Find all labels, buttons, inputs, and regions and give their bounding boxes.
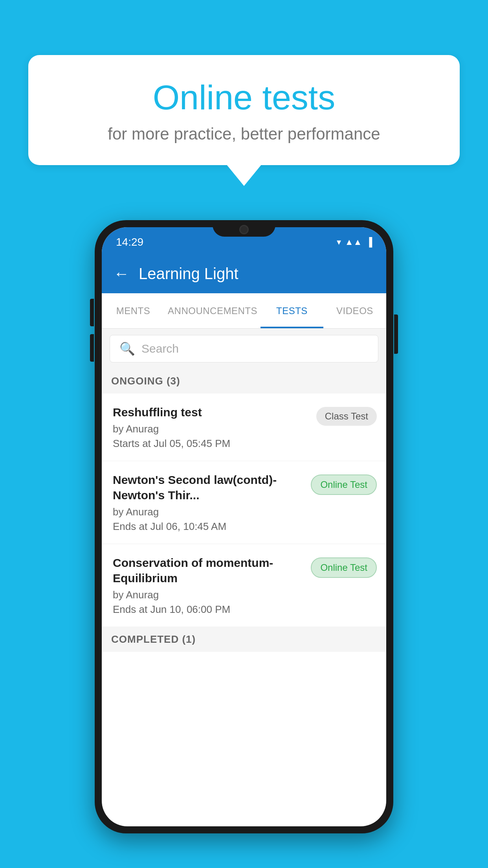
test-info-1: Reshuffling test by Anurag Starts at Jul… — [113, 405, 310, 450]
app-header: ← Learning Light — [102, 254, 386, 293]
ongoing-section-header: ONGOING (3) — [102, 369, 386, 394]
speech-bubble-container: Online tests for more practice, better p… — [28, 55, 460, 186]
test-info-2: Newton's Second law(contd)-Newton's Thir… — [113, 472, 305, 533]
phone-container: 14:29 ▾ ▲▲ ▐ ← Learning Light MENTS — [95, 220, 393, 833]
speech-bubble: Online tests for more practice, better p… — [28, 55, 460, 165]
test-item-3[interactable]: Conservation of momentum-Equilibrium by … — [102, 544, 386, 627]
hero-title: Online tests — [48, 79, 440, 117]
tab-tests[interactable]: TESTS — [261, 293, 323, 328]
wifi-icon: ▾ — [337, 237, 341, 247]
signal-icon: ▲▲ — [345, 237, 362, 247]
phone-notch — [213, 220, 275, 237]
tab-announcements[interactable]: ANNOUNCEMENTS — [165, 293, 261, 328]
completed-section-header: COMPLETED (1) — [102, 627, 386, 652]
test-list: Reshuffling test by Anurag Starts at Jul… — [102, 394, 386, 627]
background: Online tests for more practice, better p… — [0, 0, 488, 868]
test-date-2: Ends at Jul 06, 10:45 AM — [113, 520, 305, 533]
speech-bubble-pointer — [226, 164, 262, 186]
test-item-1[interactable]: Reshuffling test by Anurag Starts at Jul… — [102, 394, 386, 461]
search-bar[interactable]: 🔍 Search — [110, 335, 378, 362]
test-badge-1: Class Test — [316, 407, 377, 426]
status-time: 14:29 — [116, 236, 143, 248]
test-author-1: by Anurag — [113, 423, 310, 435]
test-name-2: Newton's Second law(contd)-Newton's Thir… — [113, 472, 305, 503]
app-title: Learning Light — [139, 265, 238, 283]
status-icons: ▾ ▲▲ ▐ — [337, 237, 372, 247]
test-author-3: by Anurag — [113, 589, 305, 601]
tab-bar: MENTS ANNOUNCEMENTS TESTS VIDEOS — [102, 293, 386, 329]
search-placeholder: Search — [141, 342, 179, 355]
phone-power — [394, 314, 398, 354]
test-name-3: Conservation of momentum-Equilibrium — [113, 555, 305, 586]
phone-vol-down — [90, 334, 94, 362]
test-name-1: Reshuffling test — [113, 405, 310, 420]
test-badge-2: Online Test — [311, 474, 377, 495]
test-author-2: by Anurag — [113, 506, 305, 518]
test-item-2[interactable]: Newton's Second law(contd)-Newton's Thir… — [102, 461, 386, 544]
tab-ments[interactable]: MENTS — [102, 293, 165, 328]
back-button[interactable]: ← — [114, 265, 129, 283]
search-container: 🔍 Search — [102, 329, 386, 369]
phone-camera — [239, 225, 249, 234]
search-icon: 🔍 — [119, 341, 135, 356]
phone-vol-up — [90, 299, 94, 326]
test-info-3: Conservation of momentum-Equilibrium by … — [113, 555, 305, 616]
phone-outer: 14:29 ▾ ▲▲ ▐ ← Learning Light MENTS — [95, 220, 393, 833]
hero-subtitle: for more practice, better performance — [48, 125, 440, 143]
battery-icon: ▐ — [366, 237, 372, 247]
test-date-1: Starts at Jul 05, 05:45 PM — [113, 438, 310, 450]
test-date-3: Ends at Jun 10, 06:00 PM — [113, 603, 305, 616]
test-badge-3: Online Test — [311, 557, 377, 578]
phone-screen: 14:29 ▾ ▲▲ ▐ ← Learning Light MENTS — [102, 227, 386, 826]
tab-videos[interactable]: VIDEOS — [323, 293, 386, 328]
